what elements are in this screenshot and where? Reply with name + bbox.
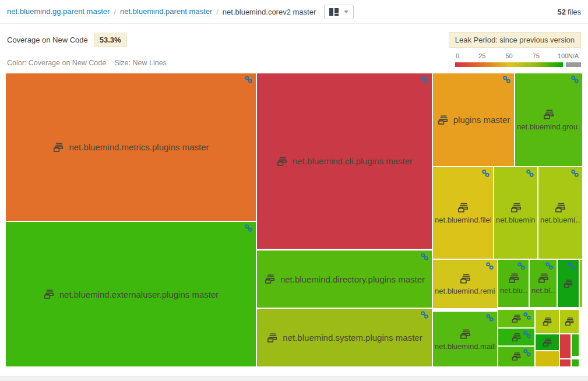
treemap-cell-small-4[interactable] bbox=[498, 347, 534, 366]
project-icon bbox=[511, 351, 522, 362]
project-icon bbox=[276, 156, 288, 167]
cell-label: net.bluemind.system.plugins master bbox=[283, 333, 422, 343]
treemap-cell-small-9 bbox=[560, 334, 571, 358]
link-icon[interactable] bbox=[421, 76, 428, 83]
leak-period-badge: Leak Period: since previous version bbox=[449, 32, 581, 48]
cell-label: net.bluemind.externaluser.plugins master bbox=[59, 290, 219, 299]
size-encoding-label: Size: New Lines bbox=[114, 59, 167, 67]
breadcrumb-item-1[interactable]: net.bluemind.parent master bbox=[120, 7, 212, 16]
cell-label: net.bluemind.directory.plugins master bbox=[280, 274, 425, 284]
treemap-encoding-labels: Color: Coverage on New CodeSize: New Lin… bbox=[7, 59, 167, 67]
treemap-cell-small-12 bbox=[572, 359, 579, 366]
link-icon[interactable] bbox=[503, 76, 510, 83]
project-icon bbox=[508, 272, 520, 284]
project-icon bbox=[543, 108, 555, 121]
treemap-cell-small-10 bbox=[572, 334, 579, 356]
link-icon[interactable] bbox=[523, 349, 531, 357]
treemap-cell-bluemind-a[interactable]: net.bluemin… bbox=[494, 167, 537, 259]
link-icon[interactable] bbox=[245, 224, 252, 232]
legend-tick-100: 100 bbox=[558, 52, 568, 59]
treemap-toolbar: Color: Coverage on New CodeSize: New Lin… bbox=[7, 51, 581, 69]
project-icon bbox=[542, 316, 552, 327]
cell-label: net.bluemind.metrics.plugins master bbox=[69, 142, 209, 152]
treemap-cell-group[interactable]: net.bluemind.grou… bbox=[515, 73, 582, 166]
treemap-cell-reminder[interactable]: net.bluemind.remin… bbox=[433, 260, 497, 308]
project-icon bbox=[542, 337, 552, 348]
treemap-cell-filehosting[interactable]: net.bluemind.fileh… bbox=[433, 167, 493, 259]
breadcrumb: net.bluemind.gg.parent master/net.bluemi… bbox=[7, 7, 316, 16]
link-icon[interactable] bbox=[568, 262, 575, 270]
treemap-cell-bluemind-d[interactable]: net.bl… bbox=[530, 260, 557, 307]
footer-bar bbox=[0, 376, 588, 381]
treemap-cell-bluemind-c[interactable]: net.blu… bbox=[498, 260, 529, 307]
project-icon bbox=[457, 202, 469, 214]
treemap-cell-mailbox[interactable]: net.bluemind.mailb… bbox=[433, 312, 497, 366]
link-icon[interactable] bbox=[571, 170, 579, 177]
project-icon bbox=[537, 272, 550, 284]
link-icon[interactable] bbox=[421, 253, 428, 260]
metric-row: Coverage on New Code 53.3% Leak Period: … bbox=[7, 32, 581, 48]
treemap-cell-small-6[interactable] bbox=[560, 310, 579, 333]
project-icon bbox=[459, 273, 471, 285]
legend-tick-0: 0 bbox=[456, 52, 459, 59]
breadcrumb-item-0[interactable]: net.bluemind.gg.parent master bbox=[7, 7, 110, 16]
project-icon bbox=[52, 142, 64, 153]
cell-label: net.bluemin… bbox=[496, 216, 536, 224]
cell-label: net.bluemi… bbox=[540, 216, 580, 224]
cell-label: net.bluemind.cli.plugins master bbox=[293, 156, 413, 166]
breadcrumb-item-2: net.bluemind.corev2 master bbox=[223, 8, 316, 16]
link-icon[interactable] bbox=[517, 262, 525, 270]
legend-tick-75: 75 bbox=[533, 52, 540, 59]
treemap-cell-small-2[interactable] bbox=[498, 310, 534, 327]
link-icon[interactable] bbox=[486, 262, 494, 270]
project-icon bbox=[437, 114, 449, 126]
treemap-cell-small-7[interactable] bbox=[536, 334, 559, 350]
files-count: 52files bbox=[557, 8, 581, 16]
treemap-cell-metrics-plugins[interactable]: net.bluemind.metrics.plugins master bbox=[6, 73, 256, 221]
treemap-cell-plugins-master[interactable]: plugins master bbox=[433, 73, 514, 166]
treemap-cell-externaluser-plugins[interactable]: net.bluemind.externaluser.plugins master bbox=[6, 222, 256, 366]
project-icon bbox=[511, 313, 522, 324]
link-icon[interactable] bbox=[571, 76, 579, 83]
legend-tick-25: 25 bbox=[478, 52, 485, 59]
project-icon bbox=[43, 288, 55, 300]
link-icon[interactable] bbox=[245, 76, 252, 83]
project-icon bbox=[264, 273, 276, 285]
link-icon[interactable] bbox=[421, 311, 428, 319]
treemap-cell-small-1[interactable] bbox=[558, 260, 579, 307]
treemap-cell-system-plugins[interactable]: net.bluemind.system.plugins master bbox=[257, 309, 432, 366]
treemap: net.bluemind.metrics.plugins masternet.b… bbox=[6, 73, 582, 366]
legend-tick-na: N/A bbox=[568, 52, 579, 59]
link-icon[interactable] bbox=[545, 262, 553, 270]
treemap-cell-small-8 bbox=[536, 351, 559, 366]
sonarqube-treemap-page: net.bluemind.gg.parent master/net.bluemi… bbox=[0, 0, 588, 381]
breadcrumb-separator: / bbox=[216, 8, 219, 16]
cell-label: net.bluemind.fileh… bbox=[435, 216, 491, 224]
files-count-number: 52 bbox=[557, 8, 565, 16]
view-selector-button[interactable] bbox=[324, 5, 354, 19]
project-icon bbox=[563, 278, 573, 289]
treemap-view-icon bbox=[329, 8, 339, 16]
project-icon bbox=[511, 332, 522, 343]
treemap-cell-sliver-1 bbox=[580, 260, 582, 307]
cell-label: net.bluemind.remin… bbox=[435, 287, 495, 295]
treemap-cell-bluemind-b[interactable]: net.bluemi… bbox=[538, 167, 582, 259]
link-icon[interactable] bbox=[526, 170, 534, 177]
treemap-cell-small-5[interactable] bbox=[536, 310, 559, 333]
treemap-cell-directory-plugins[interactable]: net.bluemind.directory.plugins master bbox=[257, 251, 432, 308]
coverage-metric-label: Coverage on New Code bbox=[7, 36, 88, 44]
treemap-cell-small-3[interactable] bbox=[498, 329, 534, 345]
cell-label: net.bluemind.mailb… bbox=[435, 342, 495, 351]
treemap-cell-cli-plugins[interactable]: net.bluemind.cli.plugins master bbox=[257, 73, 432, 249]
link-icon[interactable] bbox=[482, 170, 490, 177]
link-icon[interactable] bbox=[523, 331, 531, 338]
link-icon[interactable] bbox=[486, 314, 494, 322]
chevron-down-icon bbox=[344, 10, 348, 13]
project-icon bbox=[564, 316, 575, 327]
cell-label: net.blu… bbox=[500, 286, 527, 295]
project-icon bbox=[510, 202, 522, 214]
link-icon[interactable] bbox=[523, 312, 531, 320]
project-icon bbox=[554, 202, 566, 214]
project-icon bbox=[266, 332, 278, 344]
files-count-label: files bbox=[568, 8, 581, 16]
